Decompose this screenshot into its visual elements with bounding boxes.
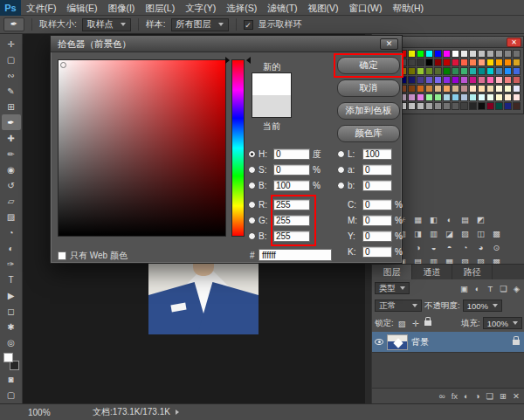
- color-swatch[interactable]: [408, 76, 416, 84]
- path-selection-tool[interactable]: ▶: [2, 287, 21, 303]
- lock-all-icon[interactable]: [424, 320, 431, 326]
- color-swatch[interactable]: [513, 67, 521, 75]
- color-swatch[interactable]: [478, 67, 486, 75]
- color-swatch[interactable]: [417, 67, 424, 75]
- color-swatch[interactable]: [469, 85, 477, 93]
- color-swatch[interactable]: [495, 85, 503, 93]
- layer-thumbnail[interactable]: [387, 334, 408, 350]
- field-radio[interactable]: [248, 217, 256, 224]
- color-swatch[interactable]: [478, 59, 486, 66]
- eyedropper-tool[interactable]: ✒: [2, 114, 21, 130]
- menu-item[interactable]: 文字(Y): [180, 0, 221, 16]
- history-brush-tool[interactable]: ↺: [2, 177, 21, 193]
- zoom-level[interactable]: 100%: [28, 408, 68, 417]
- layer-row-background[interactable]: 背景: [372, 332, 524, 353]
- close-icon[interactable]: ✕: [507, 38, 521, 47]
- color-swatch[interactable]: [504, 50, 512, 58]
- adjustment-icon[interactable]: ▤: [459, 214, 471, 225]
- visibility-eye-icon[interactable]: [375, 339, 383, 345]
- clone-stamp-tool[interactable]: ◉: [2, 162, 21, 177]
- color-swatch[interactable]: [469, 67, 477, 75]
- healing-brush-tool[interactable]: ✚: [2, 130, 21, 146]
- color-swatch[interactable]: [443, 85, 451, 93]
- color-swatch[interactable]: [504, 67, 512, 75]
- adjustment-icon[interactable]: ◩: [475, 214, 486, 225]
- color-swatch[interactable]: [495, 50, 503, 58]
- dodge-tool[interactable]: ◐: [2, 240, 21, 256]
- color-swatch[interactable]: [478, 76, 486, 84]
- color-swatch[interactable]: [452, 93, 459, 101]
- color-swatch[interactable]: [486, 76, 494, 84]
- menu-item[interactable]: 滤镜(T): [262, 0, 302, 16]
- color-swatch[interactable]: [469, 102, 477, 110]
- color-swatch[interactable]: [425, 102, 433, 110]
- color-swatch[interactable]: [443, 102, 451, 110]
- color-swatch[interactable]: [452, 67, 459, 75]
- color-swatch[interactable]: [434, 85, 442, 93]
- field-radio[interactable]: [248, 232, 256, 240]
- new-layer-icon[interactable]: ⊞: [500, 391, 507, 401]
- color-swatch[interactable]: [504, 76, 512, 84]
- adjustment-icon[interactable]: ▩: [491, 228, 502, 239]
- color-swatch[interactable]: [434, 59, 442, 66]
- field-value[interactable]: 0: [362, 180, 392, 191]
- adjustment-icon[interactable]: ◐: [444, 214, 455, 225]
- color-swatch[interactable]: [408, 93, 416, 101]
- color-swatch[interactable]: [495, 93, 503, 101]
- adjustment-icon[interactable]: ◪: [444, 228, 455, 239]
- blur-tool[interactable]: ◔: [2, 224, 21, 240]
- color-swatch[interactable]: [443, 67, 451, 75]
- menu-item[interactable]: 编辑(E): [61, 0, 102, 16]
- type-tool[interactable]: T: [2, 272, 21, 287]
- adjustment-icon[interactable]: ⊙: [491, 242, 502, 253]
- color-swatch[interactable]: [486, 93, 494, 101]
- color-swatch[interactable]: [469, 93, 477, 101]
- color-swatch[interactable]: [513, 59, 521, 66]
- filter-adjustment-layers-icon[interactable]: ◐: [472, 283, 483, 294]
- color-swatch[interactable]: [504, 93, 512, 101]
- zoom-tool[interactable]: ◎: [2, 334, 21, 350]
- eyedropper-preset-icon[interactable]: ✒: [3, 17, 24, 31]
- color-swatch[interactable]: [443, 59, 451, 66]
- panel-tab[interactable]: 通道: [412, 265, 452, 279]
- menu-item[interactable]: 图像(I): [102, 0, 140, 16]
- adjustment-icon[interactable]: ◒: [428, 242, 439, 253]
- color-swatch[interactable]: [469, 50, 477, 58]
- color-swatch[interactable]: [460, 67, 468, 75]
- quick-mask-button[interactable]: ◙: [2, 371, 21, 387]
- web-colors-only-checkbox[interactable]: [58, 251, 66, 260]
- color-swatch[interactable]: [478, 85, 486, 93]
- hue-slider[interactable]: [231, 59, 245, 237]
- menu-item[interactable]: 窗口(W): [344, 0, 388, 16]
- color-swatch[interactable]: [443, 93, 451, 101]
- color-swatch[interactable]: [452, 59, 459, 66]
- color-swatch[interactable]: [434, 102, 442, 110]
- crop-tool[interactable]: ⊞: [2, 99, 21, 114]
- lasso-tool[interactable]: ∾: [2, 67, 21, 83]
- color-swatch[interactable]: [408, 67, 416, 75]
- adjustment-icon[interactable]: ▦: [412, 214, 424, 225]
- color-swatch[interactable]: [495, 76, 503, 84]
- color-swatch[interactable]: [513, 93, 521, 101]
- field-radio[interactable]: [337, 150, 345, 158]
- color-swatch[interactable]: [408, 102, 416, 110]
- show-sampling-ring-checkbox[interactable]: ✓: [244, 20, 253, 30]
- field-radio[interactable]: [337, 182, 345, 189]
- status-arrow-icon[interactable]: [176, 410, 179, 415]
- color-swatch[interactable]: [478, 102, 486, 110]
- lock-position-icon[interactable]: ✛: [410, 318, 422, 329]
- brush-tool[interactable]: ✏: [2, 146, 21, 162]
- color-swatch[interactable]: [452, 102, 459, 110]
- hex-input[interactable]: ffffff: [259, 249, 332, 261]
- panel-tab[interactable]: 路径: [452, 265, 493, 279]
- field-value[interactable]: 0: [273, 148, 310, 160]
- color-swatch[interactable]: [443, 50, 451, 58]
- adjustment-icon[interactable]: ▨: [459, 228, 471, 239]
- screen-mode-button[interactable]: ▢: [2, 387, 21, 403]
- color-swatch[interactable]: [417, 93, 424, 101]
- menu-item[interactable]: 视图(V): [303, 0, 344, 16]
- color-swatch[interactable]: [460, 102, 468, 110]
- filter-smart-objects-icon[interactable]: ◈: [511, 283, 522, 294]
- swatches-panel-header[interactable]: ✕: [397, 37, 523, 48]
- color-swatch[interactable]: [417, 76, 424, 84]
